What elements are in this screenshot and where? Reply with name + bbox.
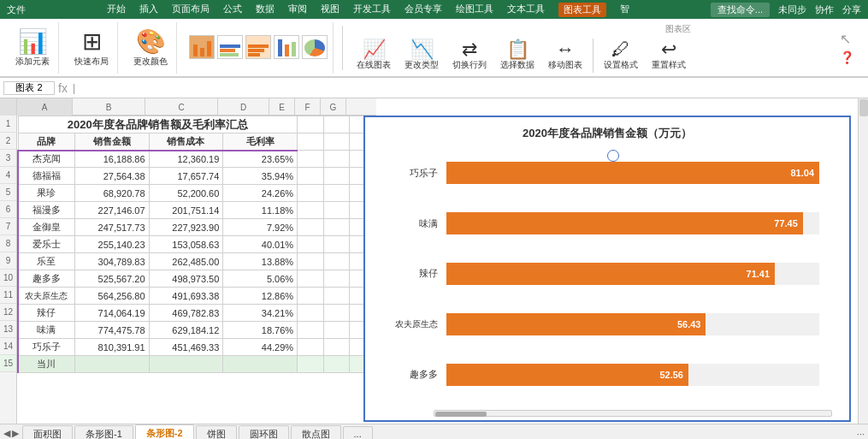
chart-hscrollbar[interactable] <box>434 410 832 417</box>
move-chart-button[interactable]: ↔ 移动图表 <box>543 39 588 73</box>
formula-input[interactable] <box>80 83 865 93</box>
cost-4[interactable]: 17,657.74 <box>149 168 223 185</box>
menu-item-start[interactable]: 开始 <box>107 3 126 17</box>
set-format-button[interactable]: 🖊 设置格式 <box>599 39 643 73</box>
sales-7[interactable]: 247,517.73 <box>74 219 149 236</box>
sheet-tab-scatter[interactable]: 散点图 <box>291 425 341 440</box>
empty-cell-f1[interactable] <box>323 116 350 133</box>
cost-12[interactable]: 469,782.83 <box>149 305 223 322</box>
empty-cell-e1[interactable] <box>298 116 324 133</box>
header-brand[interactable]: 品牌 <box>18 133 74 151</box>
margin-8[interactable]: 40.01% <box>223 236 298 253</box>
cost-11[interactable]: 491,693.38 <box>149 288 223 305</box>
brand-6[interactable]: 福漫多 <box>18 202 74 219</box>
sales-9[interactable]: 304,789.83 <box>74 253 149 270</box>
margin-15[interactable] <box>223 356 298 373</box>
header-sales[interactable]: 销售金额 <box>74 133 149 151</box>
sheet-tab-area[interactable]: 面积图 <box>22 425 73 440</box>
sales-4[interactable]: 27,564.38 <box>74 168 149 185</box>
margin-9[interactable]: 13.88% <box>223 253 298 270</box>
brand-4[interactable]: 德福福 <box>18 168 74 185</box>
brand-15[interactable]: 当川 <box>18 356 74 373</box>
cost-8[interactable]: 153,058.63 <box>149 236 223 253</box>
select-data-button[interactable]: 📋 选择数据 <box>495 39 540 73</box>
menu-item-formula[interactable]: 公式 <box>223 3 242 17</box>
brand-14[interactable]: 巧乐子 <box>18 339 74 356</box>
sales-11[interactable]: 564,256.80 <box>74 288 149 305</box>
brand-3[interactable]: 杰克闻 <box>18 151 74 168</box>
sales-6[interactable]: 227,146.07 <box>74 202 149 219</box>
sales-15[interactable] <box>74 356 149 373</box>
empty-3-e[interactable] <box>298 151 324 168</box>
margin-5[interactable]: 24.26% <box>223 185 298 202</box>
brand-10[interactable]: 趣多多 <box>18 270 74 288</box>
brand-12[interactable]: 辣仔 <box>18 305 74 322</box>
margin-3[interactable]: 23.65% <box>223 151 298 168</box>
chart-thumb-4[interactable] <box>274 35 299 59</box>
margin-11[interactable]: 12.86% <box>223 288 298 305</box>
vscroll-thumb[interactable] <box>859 99 868 116</box>
tab-nav-prev[interactable]: ◀ <box>3 428 10 439</box>
chart-thumb-2[interactable] <box>217 35 243 59</box>
menu-item-insert[interactable]: 插入 <box>139 3 158 17</box>
sales-13[interactable]: 774,475.78 <box>74 322 149 339</box>
menu-item-view[interactable]: 视图 <box>321 3 340 17</box>
sales-3[interactable]: 16,188.86 <box>74 151 149 168</box>
margin-4[interactable]: 35.94% <box>223 168 298 185</box>
menu-item-dev[interactable]: 开发工具 <box>353 3 391 17</box>
sales-12[interactable]: 714,064.19 <box>74 305 149 322</box>
change-color-button[interactable]: 🎨 更改颜色 <box>130 26 171 69</box>
col-header-e[interactable]: E <box>269 98 295 116</box>
chart-container[interactable]: 2020年度各品牌销售金额（万元） 巧乐子 81.04 味满 77.45 <box>363 116 851 422</box>
margin-12[interactable]: 34.21% <box>223 305 298 322</box>
col-header-c[interactable]: C <box>145 98 218 116</box>
vertical-scrollbar[interactable] <box>858 98 868 424</box>
chart-handle-top[interactable] <box>607 150 619 162</box>
margin-10[interactable]: 5.06% <box>223 270 298 288</box>
sheet-tab-donut[interactable]: 圆环图 <box>239 425 289 440</box>
collab-btn[interactable]: 协作 <box>815 3 834 16</box>
sales-14[interactable]: 810,391.91 <box>74 339 149 356</box>
cost-7[interactable]: 227,923.90 <box>149 219 223 236</box>
sales-8[interactable]: 255,140.23 <box>74 236 149 253</box>
margin-13[interactable]: 18.76% <box>223 322 298 339</box>
empty-h-e[interactable] <box>298 133 324 151</box>
cost-10[interactable]: 498,973.50 <box>149 270 223 288</box>
cost-13[interactable]: 629,184.12 <box>149 322 223 339</box>
help-icon[interactable]: ❓ <box>840 50 854 64</box>
header-margin[interactable]: 毛利率 <box>223 133 298 151</box>
file-menu[interactable]: 文件 <box>7 3 26 16</box>
cost-14[interactable]: 451,469.33 <box>149 339 223 356</box>
cost-3[interactable]: 12,360.19 <box>149 151 223 168</box>
menu-item-charttool[interactable]: 图表工具 <box>558 3 606 17</box>
cost-15[interactable] <box>149 356 223 373</box>
brand-9[interactable]: 乐至 <box>18 253 74 270</box>
cost-5[interactable]: 52,200.60 <box>149 185 223 202</box>
col-header-b[interactable]: B <box>73 98 145 116</box>
brand-5[interactable]: 果珍 <box>18 185 74 202</box>
brand-13[interactable]: 味满 <box>18 322 74 339</box>
sales-10[interactable]: 525,567.20 <box>74 270 149 288</box>
margin-6[interactable]: 11.18% <box>223 202 298 219</box>
empty-3-f[interactable] <box>323 151 350 168</box>
menu-item-extra[interactable]: 智 <box>620 3 629 17</box>
menu-item-review[interactable]: 审阅 <box>288 3 307 17</box>
add-element-button[interactable]: 📊 添加元素 <box>12 26 53 69</box>
sheet-tab-bar1[interactable]: 条形图-1 <box>74 425 133 440</box>
col-header-f[interactable]: F <box>295 98 321 116</box>
share-btn[interactable]: 分享 <box>842 3 861 16</box>
quick-layout-button[interactable]: ⊞ 快速布局 <box>71 26 112 69</box>
chart-thumb-5[interactable] <box>302 35 328 59</box>
brand-7[interactable]: 金御皇 <box>18 219 74 236</box>
margin-14[interactable]: 44.29% <box>223 339 298 356</box>
reset-style-button[interactable]: ↩ 重置样式 <box>647 39 691 73</box>
change-type-button[interactable]: 📉 更改类型 <box>399 39 444 73</box>
menu-item-drawtool[interactable]: 绘图工具 <box>456 3 493 17</box>
cost-6[interactable]: 201,751.14 <box>149 202 223 219</box>
sheet-tab-pie[interactable]: 饼图 <box>196 425 237 440</box>
tab-nav-next[interactable]: ▶ <box>12 428 19 439</box>
chart-thumb-1[interactable] <box>189 35 215 59</box>
sales-5[interactable]: 68,920.78 <box>74 185 149 202</box>
brand-8[interactable]: 爱乐士 <box>18 236 74 253</box>
menu-item-vip[interactable]: 会员专享 <box>404 3 442 17</box>
